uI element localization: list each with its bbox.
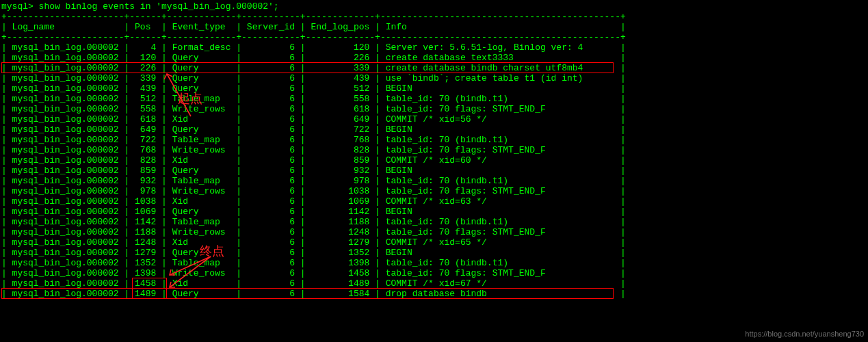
table-row: | mysql_bin_log.000002 | 1458 | Xid | 6 … xyxy=(0,278,868,289)
table-row: | mysql_bin_log.000002 | 558 | Write_row… xyxy=(0,104,868,114)
table-row: | mysql_bin_log.000002 | 722 | Table_map… xyxy=(0,135,868,145)
table-row: | mysql_bin_log.000002 | 1489 | Query | … xyxy=(0,289,868,299)
table-row: | mysql_bin_log.000002 | 1279 | Query | … xyxy=(0,248,868,258)
table-row: | mysql_bin_log.000002 | 1248 | Xid | 6 … xyxy=(0,237,868,248)
table-header-row: | Log_name | Pos | Event_type | Server_i… xyxy=(0,22,868,32)
table-row: | mysql_bin_log.000002 | 1398 | Write_ro… xyxy=(0,268,868,278)
table-row: | mysql_bin_log.000002 | 226 | Query | 6… xyxy=(0,63,868,73)
table-row: | mysql_bin_log.000002 | 828 | Xid | 6 |… xyxy=(0,155,868,166)
table-row: | mysql_bin_log.000002 | 120 | Query | 6… xyxy=(0,53,868,63)
table-row: | mysql_bin_log.000002 | 649 | Query | 6… xyxy=(0,124,868,135)
sql-prompt[interactable]: mysql> show binlog events in 'mysql_bin_… xyxy=(0,1,868,12)
table-row: | mysql_bin_log.000002 | 4 | Format_desc… xyxy=(0,42,868,53)
table-row: | mysql_bin_log.000002 | 1069 | Query | … xyxy=(0,207,868,217)
table-row: | mysql_bin_log.000002 | 978 | Write_row… xyxy=(0,186,868,196)
table-separator-mid: +----------------------+------+---------… xyxy=(0,32,868,42)
table-row: | mysql_bin_log.000002 | 1038 | Xid | 6 … xyxy=(0,196,868,207)
table-separator-top: +----------------------+------+---------… xyxy=(0,12,868,22)
watermark: https://blog.csdn.net/yuansheng730 xyxy=(745,329,864,339)
table-row: | mysql_bin_log.000002 | 618 | Xid | 6 |… xyxy=(0,114,868,124)
table-row: | mysql_bin_log.000002 | 768 | Write_row… xyxy=(0,145,868,155)
table-body: | mysql_bin_log.000002 | 4 | Format_desc… xyxy=(0,42,868,299)
table-row: | mysql_bin_log.000002 | 1188 | Write_ro… xyxy=(0,227,868,237)
table-row: | mysql_bin_log.000002 | 1142 | Table_ma… xyxy=(0,217,868,227)
table-row: | mysql_bin_log.000002 | 932 | Table_map… xyxy=(0,176,868,186)
table-row: | mysql_bin_log.000002 | 339 | Query | 6… xyxy=(0,73,868,83)
table-row: | mysql_bin_log.000002 | 1352 | Table_ma… xyxy=(0,258,868,268)
table-row: | mysql_bin_log.000002 | 859 | Query | 6… xyxy=(0,166,868,176)
table-row: | mysql_bin_log.000002 | 439 | Query | 6… xyxy=(0,83,868,94)
table-row: | mysql_bin_log.000002 | 512 | Table_map… xyxy=(0,94,868,104)
